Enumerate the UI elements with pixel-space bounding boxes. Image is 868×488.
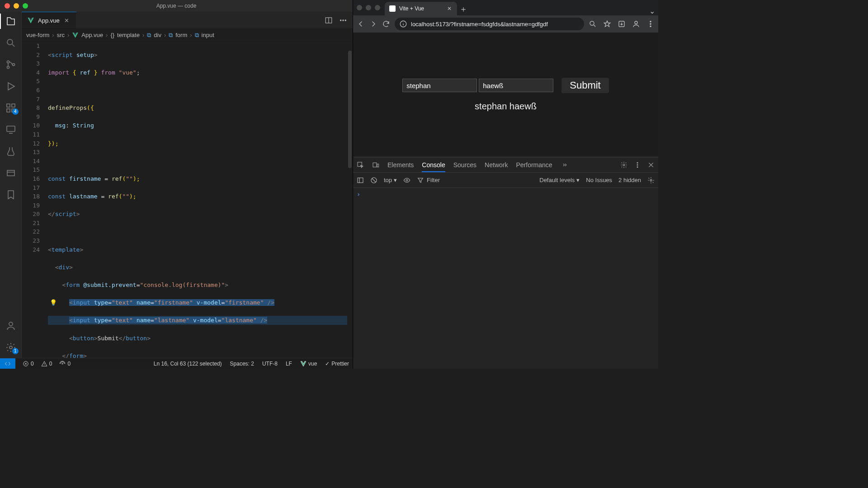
reload-icon[interactable] — [382, 20, 390, 28]
nav-forward-icon[interactable] — [369, 20, 377, 28]
status-warnings[interactable]: 0 — [41, 361, 52, 367]
remote-explorer-icon[interactable] — [5, 124, 17, 136]
lastname-input[interactable] — [479, 79, 553, 92]
new-tab-button[interactable]: ＋ — [457, 3, 470, 15]
line-gutter: 12345 678910 1112131415 1617181920 21222… — [22, 42, 48, 358]
tab-list-button[interactable]: ⌄ — [646, 7, 658, 15]
breadcrumb-item[interactable]: template — [117, 32, 140, 38]
split-editor-icon[interactable] — [325, 16, 333, 24]
more-tabs-icon[interactable] — [561, 161, 568, 169]
status-spaces[interactable]: Spaces: 2 — [230, 361, 254, 367]
breadcrumb-item[interactable]: input — [202, 32, 214, 38]
install-app-icon[interactable] — [618, 20, 626, 28]
window-close-button[interactable] — [5, 3, 10, 9]
zoom-icon[interactable] — [589, 20, 597, 28]
console-sidebar-icon[interactable] — [357, 177, 364, 184]
tab-close-icon[interactable]: ✕ — [446, 5, 453, 12]
clear-console-icon[interactable] — [370, 177, 377, 184]
svg-point-34 — [406, 179, 408, 181]
devtools-close-icon[interactable] — [647, 161, 655, 169]
issues-indicator[interactable]: No Issues — [586, 177, 612, 183]
extensions-icon[interactable]: 4 — [5, 102, 17, 114]
account-icon[interactable] — [5, 320, 17, 332]
svg-point-15 — [345, 19, 346, 20]
remote-indicator[interactable] — [0, 358, 15, 369]
menu-icon[interactable] — [646, 20, 655, 28]
status-ports[interactable]: 0 — [59, 361, 71, 367]
console-prompt[interactable] — [358, 191, 654, 197]
status-eol[interactable]: LF — [286, 361, 292, 367]
status-cursor[interactable]: Ln 16, Col 63 (122 selected) — [154, 361, 222, 367]
window-maximize-button[interactable] — [23, 3, 28, 9]
explorer-icon[interactable] — [5, 15, 17, 27]
svg-rect-26 — [373, 163, 377, 167]
console-filter[interactable]: Filter — [417, 177, 471, 184]
context-selector[interactable]: top ▾ — [384, 177, 397, 183]
bookmark-star-icon[interactable] — [603, 20, 611, 28]
breadcrumb-item[interactable]: div — [154, 32, 161, 38]
log-levels-selector[interactable]: Default levels ▾ — [539, 177, 580, 183]
breadcrumb-item[interactable]: vue-form — [26, 32, 49, 38]
source-control-icon[interactable] — [5, 59, 17, 70]
site-info-icon[interactable] — [399, 20, 407, 28]
status-formatter[interactable]: ✓ Prettier — [325, 361, 349, 367]
testing-icon[interactable] — [5, 145, 17, 157]
svg-rect-27 — [377, 164, 378, 167]
svg-point-10 — [9, 322, 13, 326]
breadcrumb-item[interactable]: App.vue — [81, 32, 103, 38]
firstname-input[interactable] — [402, 79, 477, 92]
live-expression-icon[interactable] — [403, 177, 410, 184]
editor-scrollbar[interactable] — [347, 42, 353, 358]
devtools-tab-network[interactable]: Network — [485, 161, 508, 169]
more-actions-icon[interactable] — [339, 16, 347, 24]
breadcrumb-item[interactable]: src — [57, 32, 65, 38]
lightbulb-icon[interactable]: 💡 — [50, 298, 57, 307]
tab-close-icon[interactable]: ✕ — [63, 17, 71, 24]
devtools-tab-sources[interactable]: Sources — [453, 161, 476, 169]
svg-rect-4 — [7, 104, 10, 107]
code-content[interactable]: <script setup> import { ref } from "vue"… — [48, 42, 353, 358]
svg-rect-9 — [7, 170, 14, 176]
svg-point-13 — [340, 19, 341, 20]
editor-tab-app-vue[interactable]: App.vue ✕ — [22, 12, 76, 28]
status-errors[interactable]: 0 — [23, 361, 34, 367]
profile-icon[interactable] — [632, 20, 640, 28]
submit-button[interactable]: Submit — [561, 78, 609, 93]
svg-point-28 — [623, 164, 625, 166]
code-editor[interactable]: 12345 678910 1112131415 1617181920 21222… — [22, 42, 353, 358]
console-settings-icon[interactable] — [647, 177, 655, 184]
window-close-button[interactable] — [357, 5, 362, 10]
devtools-tab-performance[interactable]: Performance — [516, 161, 552, 169]
device-toolbar-icon[interactable] — [372, 161, 379, 169]
status-language[interactable]: vue — [300, 361, 317, 367]
devtools-settings-icon[interactable] — [620, 161, 627, 169]
vscode-window: App.vue — code 4 1 App.vue ✕ — [0, 0, 353, 369]
status-encoding[interactable]: UTF-8 — [262, 361, 278, 367]
breadcrumbs[interactable]: vue-form› src› App.vue› {} template› ⧉ d… — [22, 29, 353, 42]
window-minimize-button[interactable] — [366, 5, 371, 10]
breadcrumb-item[interactable]: form — [175, 32, 187, 38]
run-debug-icon[interactable] — [5, 80, 17, 92]
console-body[interactable] — [353, 188, 658, 369]
vue-file-icon — [27, 17, 34, 24]
hidden-count[interactable]: 2 hidden — [618, 177, 641, 183]
inspect-element-icon[interactable] — [357, 161, 364, 169]
browser-window: Vite + Vue ✕ ＋ ⌄ localhost:5173/?firstna… — [353, 0, 658, 369]
search-icon[interactable] — [5, 37, 17, 49]
timeline-icon[interactable] — [5, 167, 17, 179]
vue-file-icon — [72, 32, 79, 38]
bookmarks-icon[interactable] — [5, 189, 17, 201]
address-bar[interactable]: localhost:5173/?firstname=fsdgfds&lastna… — [395, 18, 584, 30]
nav-back-icon[interactable] — [357, 20, 365, 28]
browser-tab[interactable]: Vite + Vue ✕ — [385, 2, 457, 15]
settings-gear-icon[interactable]: 1 — [5, 342, 17, 353]
devtools-panel: Elements Console Sources Network Perform… — [353, 157, 658, 369]
settings-badge: 1 — [12, 348, 19, 354]
form-row: Submit — [402, 78, 609, 93]
devtools-tab-elements[interactable]: Elements — [387, 161, 414, 169]
window-maximize-button[interactable] — [375, 5, 380, 10]
devtools-tab-console[interactable]: Console — [422, 161, 445, 172]
window-minimize-button[interactable] — [14, 3, 19, 9]
svg-point-22 — [650, 21, 651, 22]
devtools-menu-icon[interactable] — [634, 161, 641, 169]
